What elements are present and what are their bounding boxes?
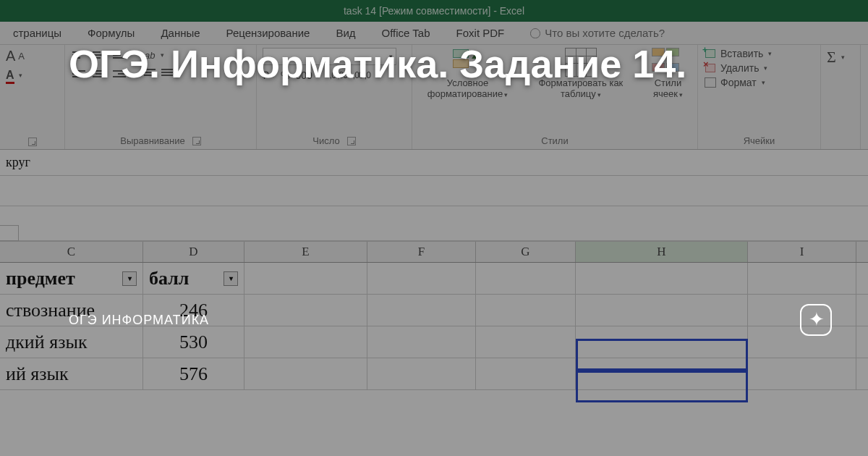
empty-cell[interactable] [576,295,748,326]
empty-cell[interactable] [476,326,576,358]
header-cell-score[interactable]: балл ▾ [143,263,244,294]
column-headers: C D E F G H I [0,241,868,263]
zen-platform-icon[interactable] [800,304,832,336]
col-header-f[interactable]: F [367,242,476,262]
empty-cell[interactable] [748,358,856,389]
spacer-row [0,176,868,206]
col-header-i[interactable]: I [748,242,856,262]
tab-page-layout[interactable]: страницы [0,22,75,44]
lightbulb-icon [530,28,540,38]
empty-cell[interactable] [367,358,476,389]
spacer-row-2 [0,206,868,241]
filter-dropdown-icon[interactable]: ▾ [224,271,238,286]
empty-cell[interactable] [476,295,576,326]
empty-cell[interactable] [244,295,367,326]
group-label-cells: Ячейки [744,135,775,146]
window-titlebar: task 14 [Режим совместимости] - Excel [0,0,868,22]
empty-cell[interactable] [476,263,576,294]
empty-cell[interactable] [367,295,476,326]
empty-cell[interactable] [244,358,367,389]
cell-fragment[interactable] [0,225,19,241]
col-header-g[interactable]: G [476,242,576,262]
group-font: A A A ▾ [0,45,65,149]
dialog-launcher-icon[interactable] [28,138,37,146]
empty-cell[interactable] [748,263,856,294]
col-header-h[interactable]: H [576,242,748,262]
font-color-button[interactable]: A [6,69,14,82]
overlay-headline: ОГЭ. Информатика. Задание 14. [69,41,854,88]
empty-cell[interactable] [576,263,748,294]
empty-cell[interactable] [244,326,367,358]
overlay-subtag: ОГЭ ИНФОРМАТИКА [69,313,209,328]
col-header-c[interactable]: C [0,242,143,262]
group-label-number: Число [312,135,339,146]
formula-bar[interactable]: круг [0,150,868,176]
empty-cell[interactable] [244,263,367,294]
empty-cell[interactable] [576,326,748,358]
col-header-d[interactable]: D [143,242,244,262]
formula-bar-text: круг [6,155,30,170]
window-title: task 14 [Режим совместимости] - Excel [344,5,524,17]
dialog-launcher-icon[interactable] [347,137,356,145]
table-header-row: предмет ▾ балл ▾ [0,263,868,295]
increase-font-icon[interactable]: A [6,48,15,64]
filter-dropdown-icon[interactable]: ▾ [122,271,137,286]
empty-cell[interactable] [367,326,476,358]
data-cell[interactable]: дкий язык [0,326,143,358]
table-row: ий язык 576 [0,358,868,390]
group-label-alignment: Выравнивание [120,135,184,146]
decrease-font-icon[interactable]: A [18,51,25,62]
header-cell-subject[interactable]: предмет ▾ [0,263,143,294]
dialog-launcher-icon[interactable] [192,137,201,145]
table-row: дкий язык 530 [0,326,868,358]
chevron-down-icon[interactable]: ▾ [19,72,22,79]
empty-cell[interactable] [367,263,476,294]
empty-cell[interactable] [576,358,748,389]
group-label-styles: Стили [541,135,568,146]
data-cell[interactable]: 530 [143,326,244,358]
data-cell[interactable]: 576 [143,358,244,389]
col-header-e[interactable]: E [244,242,367,262]
data-cell[interactable]: ий язык [0,358,143,389]
empty-cell[interactable] [476,358,576,389]
